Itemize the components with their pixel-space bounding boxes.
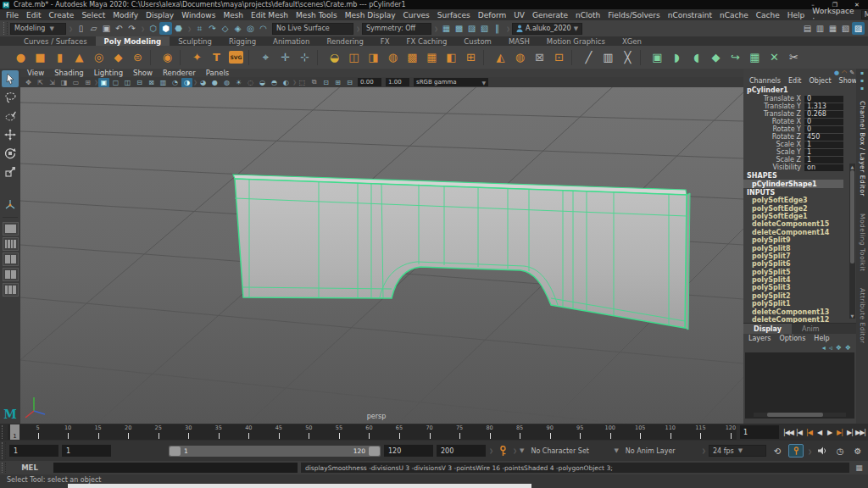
gamma-field[interactable]: 1.00 (386, 78, 409, 86)
resolution-gate-icon[interactable]: ⊟ (134, 78, 145, 87)
go-to-end-button[interactable]: ▶▶| (855, 426, 865, 438)
input-node-item[interactable]: polySplit5 (743, 269, 856, 276)
current-frame-marker[interactable]: 1 (10, 424, 19, 440)
menu-display[interactable]: Display (146, 11, 174, 19)
channel-value-field[interactable]: 0 (804, 126, 843, 133)
viewport-scene[interactable]: persp (20, 87, 743, 424)
chevron-down-icon[interactable]: ▼ (520, 447, 524, 454)
input-node-item[interactable]: polySplit2 (743, 292, 856, 300)
shape-node-item[interactable]: pCylinderShape1 (743, 180, 843, 188)
sidebar-tab-attribute-editor[interactable]: Attribute Editor (859, 281, 866, 351)
step-forward-frame-button[interactable]: ▶| (845, 426, 854, 438)
save-scene-icon[interactable]: ▣ (100, 22, 113, 35)
channel-value-field[interactable]: 0 (804, 96, 843, 103)
remesh-icon[interactable]: ⊞ (462, 48, 480, 66)
layer-tab-display[interactable]: Display (743, 324, 792, 334)
input-node-item[interactable]: polySplit8 (743, 244, 856, 252)
shelf-tab-mash[interactable]: MASH (500, 36, 538, 46)
exposure-icon[interactable]: ⊟ (344, 78, 355, 87)
paint-weights-icon[interactable]: ◖ (687, 48, 705, 66)
play-forwards-button[interactable]: ▶ (825, 426, 834, 438)
snap-curve-icon[interactable]: ↷ (206, 22, 219, 35)
render-settings-icon[interactable]: ▨ (465, 22, 478, 35)
drag-grip[interactable] (2, 463, 6, 474)
input-node-item[interactable]: polySplit4 (743, 276, 856, 284)
menu-uv[interactable]: UV (514, 11, 525, 19)
channel-row[interactable]: Scale Y1 (743, 148, 856, 156)
layer-menu-options[interactable]: Options (779, 335, 805, 342)
animation-start-field[interactable]: 1 (9, 445, 58, 457)
pin-icon[interactable]: ● (834, 69, 839, 76)
select-camera-icon[interactable]: ✥ (23, 78, 34, 87)
grid-icon[interactable]: ▢ (110, 78, 121, 87)
channel-row[interactable]: Visibilityon (743, 164, 856, 171)
playback-start-field[interactable]: 1 (62, 445, 111, 457)
play-backwards-button[interactable]: ◀ (815, 426, 824, 438)
layout-four-view-button[interactable] (3, 237, 19, 251)
go-to-start-button[interactable]: |◀◀ (783, 426, 793, 438)
oversan-icon[interactable]: ▣ (98, 78, 109, 87)
channel-box-scrollbar[interactable]: ▲ ▼ (849, 164, 855, 319)
snap-projected-center-icon[interactable]: ◈ (231, 22, 244, 35)
workspace-select[interactable]: Maya Classic ▼ (861, 10, 868, 19)
menu-surfaces[interactable]: Surfaces (437, 11, 470, 19)
input-node-item[interactable]: polySplit7 (743, 252, 856, 260)
gate-mask-icon[interactable]: ⊠ (146, 78, 157, 87)
panel-menu-panels[interactable]: Panels (206, 69, 229, 77)
super-ellipse-icon[interactable]: ✦ (188, 48, 206, 66)
polygon-torus-icon[interactable]: ◎ (90, 48, 108, 66)
input-node-item[interactable]: deleteComponent12 (743, 316, 856, 323)
menu-fields-solvers[interactable]: Fields/Solvers (608, 11, 659, 19)
new-empty-layer-icon[interactable]: ❖ (836, 344, 842, 352)
account-menu[interactable]: A.aluko_2020 ▼ (512, 23, 582, 35)
insert-edge-loop-icon[interactable]: ▥ (599, 48, 617, 66)
ipr-render-icon[interactable]: ▩ (453, 22, 465, 35)
extract-icon[interactable]: ◨ (364, 48, 382, 66)
panel-menu-lighting[interactable]: Lighting (94, 69, 123, 77)
fps-select[interactable]: 24 fps▼ (709, 445, 766, 457)
channel-value-field[interactable]: 1 (804, 157, 843, 164)
channel-row[interactable]: Translate X0 (743, 95, 856, 103)
animation-preferences-icon[interactable]: ◷ (833, 444, 847, 458)
menu-mesh-tools[interactable]: Mesh Tools (296, 11, 337, 19)
polygon-type-icon[interactable]: T (208, 48, 225, 66)
shelf-tab-custom[interactable]: Custom (455, 36, 500, 46)
polygon-cone-icon[interactable]: ▲ (70, 48, 88, 66)
drag-grip[interactable] (3, 22, 8, 35)
shelf-tab-fx-caching[interactable]: FX Caching (398, 36, 456, 46)
image-plane-icon[interactable]: ▭ (70, 78, 81, 87)
rotate-tool[interactable] (2, 145, 19, 162)
new-layer-from-selected-icon[interactable]: ❖ (845, 344, 851, 352)
input-node-item[interactable]: polySplit1 (743, 300, 856, 308)
move-layer-down-icon[interactable]: ◃ (829, 344, 832, 352)
2d-pan-zoom-icon[interactable]: ⊞ (82, 78, 93, 87)
menu-deform[interactable]: Deform (478, 11, 506, 19)
evaluation-mode-icon[interactable]: ⚙ (851, 444, 865, 458)
construction-plane-icon[interactable]: ⌖ (257, 48, 275, 66)
input-node-item[interactable]: polySoftEdge1 (743, 213, 856, 220)
layer-list-scrollbar[interactable] (754, 413, 846, 417)
channel-row[interactable]: Scale X1 (743, 141, 856, 148)
input-node-item[interactable]: polySplit6 (743, 260, 856, 268)
safe-title-icon[interactable]: ◑ (181, 78, 192, 87)
make-live-icon[interactable]: ◠ (257, 22, 270, 35)
shadows-icon[interactable]: ◌ (245, 78, 256, 87)
polygon-plane-icon[interactable]: ◆ (109, 48, 127, 66)
wireframe-sphere-icon[interactable]: ◍ (511, 48, 529, 66)
range-bar[interactable]: 1 120 (169, 446, 381, 457)
shelf-tab-fx[interactable]: FX (372, 36, 398, 46)
menu-edit[interactable]: Edit (26, 11, 41, 19)
polygon-cylinder-icon[interactable]: ▮ (51, 48, 69, 66)
move-layer-up-icon[interactable]: ◂ (822, 344, 826, 352)
film-gate-icon[interactable]: ◫ (122, 78, 133, 87)
menu-windows[interactable]: Windows (181, 11, 215, 19)
menu-mesh[interactable]: Mesh (223, 11, 243, 19)
channel-row[interactable]: Rotate X0 (743, 118, 856, 125)
edit-icon[interactable]: ✎ (849, 69, 854, 76)
menu-file[interactable]: File (6, 11, 19, 19)
menu-help[interactable]: Help (787, 11, 805, 19)
origin-locator-icon[interactable]: ⊹ (296, 48, 314, 66)
lock-camera-icon[interactable]: ⇱ (35, 78, 46, 87)
live-surface-field[interactable]: No Live Surface (272, 23, 353, 35)
anim-layer-menu[interactable]: No Anim Layer (622, 445, 698, 457)
